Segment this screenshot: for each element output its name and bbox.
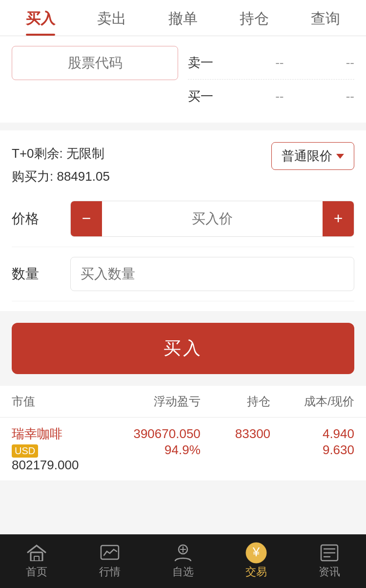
nav-label-news: 资讯 [319, 565, 340, 579]
svg-text:¥: ¥ [252, 545, 260, 559]
cell-position-empty [201, 442, 270, 473]
cell-cost: 4.940 [270, 426, 354, 441]
tab-query[interactable]: 查询 [290, 0, 361, 36]
tab-cancel[interactable]: 撤单 [147, 0, 219, 36]
sell-price-row: 卖一 -- -- [188, 46, 354, 80]
price-label: 价格 [12, 210, 70, 228]
price-form-row: 价格 − + [12, 191, 354, 247]
sell-label: 卖一 [188, 50, 213, 75]
buying-power-text: 购买力: 88491.05 [12, 165, 110, 188]
usd-badge: USD [12, 444, 38, 458]
qty-label: 数量 [12, 265, 70, 283]
stock-price-info: 卖一 -- -- 买一 -- -- [188, 46, 354, 113]
bottom-nav: 首页 行情 自选 ¥ 交易 [0, 534, 366, 588]
order-info-section: T+0剩余: 无限制 购买力: 88491.05 普通限价 价格 − + 数量 [0, 130, 366, 311]
col-float-pnl: 浮动盈亏 [96, 394, 201, 409]
price-input[interactable] [102, 202, 323, 235]
order-type-label: 普通限价 [282, 147, 332, 165]
price-plus-button[interactable]: + [323, 201, 354, 236]
price-input-wrapper: − + [70, 201, 354, 237]
cell-current: 9.630 [270, 442, 354, 473]
holdings-row-1: 瑞幸咖啡 390670.050 83300 4.940 [12, 425, 354, 442]
nav-item-home[interactable]: 首页 [12, 544, 61, 579]
qty-form-row: 数量 [12, 247, 354, 301]
table-row[interactable]: 瑞幸咖啡 390670.050 83300 4.940 USD802179.00… [0, 418, 366, 481]
account-info: T+0剩余: 无限制 购买力: 88491.05 [12, 142, 110, 188]
buy-button[interactable]: 买入 [12, 323, 354, 374]
col-market-val: 市值 [12, 394, 96, 409]
chart-icon [99, 544, 121, 562]
star-icon [172, 544, 194, 562]
nav-item-trade[interactable]: ¥ 交易 [232, 544, 281, 579]
cell-name: 瑞幸咖啡 [12, 425, 96, 442]
col-cost: 成本/现价 [270, 394, 354, 409]
nav-item-watchlist[interactable]: 自选 [159, 544, 207, 579]
cell-position: 83300 [201, 426, 270, 441]
nav-label-watchlist: 自选 [172, 565, 194, 579]
buy-price-row: 买一 -- -- [188, 80, 354, 113]
tab-buy[interactable]: 买入 [5, 0, 76, 36]
market-val: 802179.000 [12, 458, 79, 472]
sell-val1: -- [275, 50, 284, 75]
buy-val1: -- [275, 84, 284, 109]
nav-label-market: 行情 [99, 565, 121, 579]
tab-position[interactable]: 持仓 [219, 0, 290, 36]
buy-label: 买一 [188, 84, 213, 109]
price-minus-button[interactable]: − [71, 201, 102, 236]
stock-code-input[interactable] [12, 46, 178, 80]
t0-text: T+0剩余: 无限制 [12, 142, 110, 165]
news-icon [319, 544, 340, 562]
cell-float-pnl: 390670.050 [96, 426, 201, 441]
order-type-button[interactable]: 普通限价 [271, 142, 354, 170]
table-header: 市值 浮动盈亏 持仓 成本/现价 [0, 386, 366, 418]
buy-val2: -- [346, 84, 354, 109]
nav-label-trade: 交易 [245, 565, 267, 579]
stock-input-wrapper [12, 46, 178, 80]
col-position: 持仓 [201, 394, 270, 409]
nav-item-news[interactable]: 资讯 [305, 544, 354, 579]
trade-icon: ¥ [245, 544, 267, 562]
nav-label-home: 首页 [26, 565, 47, 579]
tab-sell[interactable]: 卖出 [76, 0, 147, 36]
qty-input[interactable] [70, 257, 354, 291]
chevron-down-icon [336, 154, 344, 159]
holdings-table: 市值 浮动盈亏 持仓 成本/现价 瑞幸咖啡 390670.050 83300 4… [0, 386, 366, 481]
svg-rect-2 [101, 546, 119, 559]
top-tabs: 买入 卖出 撤单 持仓 查询 [0, 0, 366, 36]
nav-item-market[interactable]: 行情 [85, 544, 134, 579]
home-icon [26, 544, 47, 562]
cell-float-pct: 94.9% [96, 442, 201, 473]
stock-section: 卖一 -- -- 买一 -- -- [0, 36, 366, 123]
holdings-row-2: USD802179.000 94.9% 9.630 [12, 442, 354, 473]
sell-val2: -- [346, 50, 354, 75]
cell-currency-market: USD802179.000 [12, 442, 96, 473]
